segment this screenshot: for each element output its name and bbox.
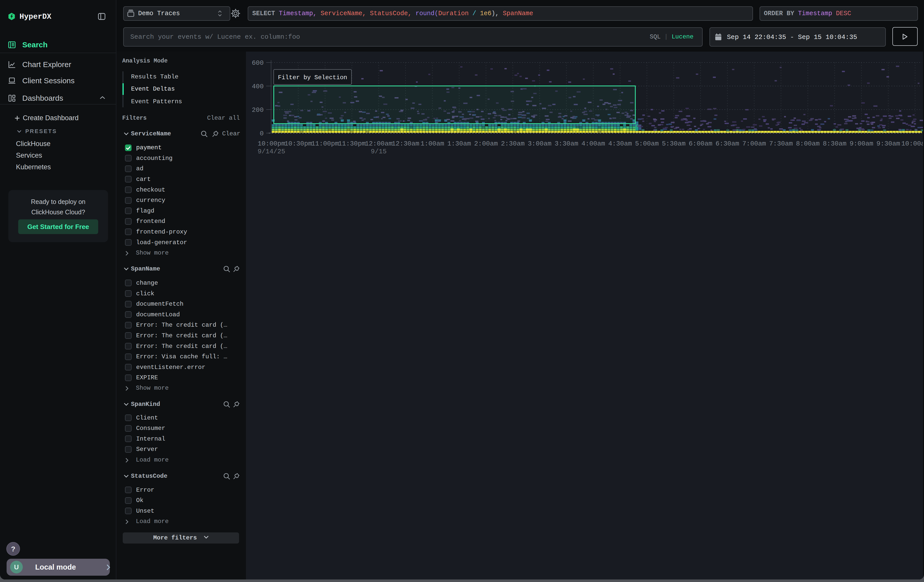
svg-text:11:30pm: 11:30pm [338,140,366,148]
svg-text:3:30am: 3:30am [554,140,578,148]
svg-text:4:00am: 4:00am [581,140,605,148]
svg-text:3:00am: 3:00am [528,140,551,148]
svg-text:2:00am: 2:00am [474,140,498,148]
svg-text:8:00am: 8:00am [796,140,820,148]
svg-text:2:30am: 2:30am [501,140,525,148]
svg-text:1:00am: 1:00am [421,140,444,148]
svg-text:600: 600 [252,59,264,67]
svg-text:9/14/25: 9/14/25 [257,148,285,155]
svg-text:5:30am: 5:30am [662,140,686,148]
svg-text:10:30pm: 10:30pm [284,140,312,148]
svg-text:4:30am: 4:30am [608,140,632,148]
svg-text:200: 200 [252,106,264,114]
svg-text:400: 400 [252,83,264,90]
svg-text:7:30am: 7:30am [769,140,793,148]
svg-text:10:00pm: 10:00pm [257,140,285,148]
svg-text:11:00pm: 11:00pm [311,140,339,148]
svg-text:9/15: 9/15 [371,148,387,155]
svg-text:Filter by Selection: Filter by Selection [278,74,347,81]
svg-text:12:30am: 12:30am [392,140,419,148]
svg-text:9:00am: 9:00am [850,140,873,148]
svg-text:12:00am: 12:00am [365,140,393,148]
svg-text:9:30am: 9:30am [876,140,900,148]
svg-text:5:00am: 5:00am [635,140,659,148]
svg-text:7:00am: 7:00am [742,140,766,148]
svg-text:10:00am: 10:00am [901,140,923,148]
svg-text:1:30am: 1:30am [447,140,471,148]
svg-text:6:30am: 6:30am [716,140,739,148]
svg-text:6:00am: 6:00am [689,140,713,148]
svg-text:0: 0 [260,130,264,137]
svg-text:8:30am: 8:30am [823,140,846,148]
